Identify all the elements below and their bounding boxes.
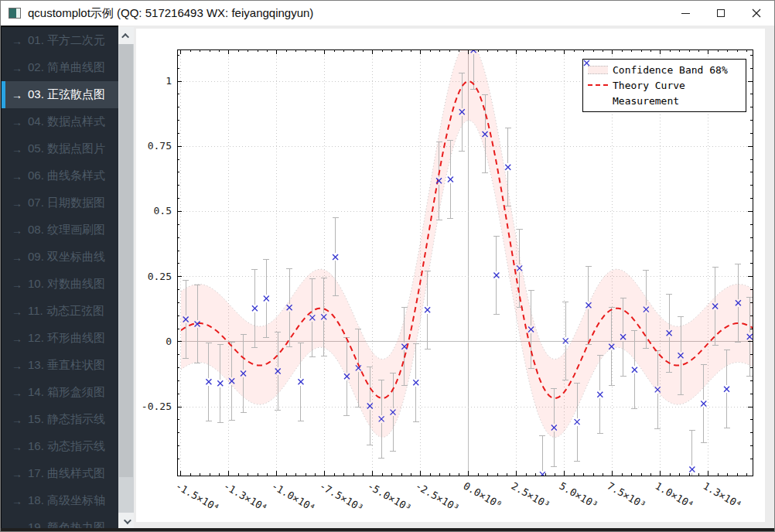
- sidebar-item-label: 02. 简单曲线图: [28, 60, 105, 75]
- arrow-icon: →: [12, 224, 22, 237]
- selected-accent-bar: [2, 135, 5, 162]
- arrow-icon: →: [12, 89, 22, 101]
- app-icon: [9, 8, 21, 19]
- sidebar-item-14[interactable]: →14. 箱形盒须图: [2, 379, 118, 406]
- sidebar-item-12[interactable]: →12. 环形曲线图: [2, 325, 118, 352]
- sidebar-item-label: 06. 曲线条样式: [28, 169, 105, 183]
- sidebar-item-09[interactable]: →09. 双坐标曲线: [2, 244, 118, 271]
- sidebar-item-11[interactable]: →11. 动态正弦图: [2, 298, 118, 325]
- sidebar-item-label: 16. 动态指示线: [28, 439, 105, 454]
- sidebar-item-label: 14. 箱形盒须图: [28, 385, 105, 400]
- arrow-icon: →: [12, 278, 22, 291]
- svg-text:2.5×10³: 2.5×10³: [510, 480, 552, 511]
- svg-text:0.5: 0.5: [154, 205, 172, 217]
- legend-row-measurement: Measurement: [583, 93, 746, 108]
- legend-label: Measurement: [613, 95, 679, 107]
- title-bar: qcustomplot示例 (QQ: 517216493 WX: feiyang…: [1, 1, 774, 26]
- dashed-line-swatch-icon: [583, 84, 613, 86]
- svg-text:-2.5×10³: -2.5×10³: [414, 480, 462, 514]
- chevron-up-icon: [121, 32, 129, 40]
- selected-accent-bar: [2, 298, 5, 325]
- sidebar-item-label: 17. 曲线样式图: [28, 466, 105, 481]
- sidebar-item-13[interactable]: →13. 垂直柱状图: [2, 352, 118, 379]
- sidebar-item-18[interactable]: →18. 高级坐标轴: [2, 487, 118, 514]
- arrow-icon: →: [12, 62, 22, 74]
- sidebar-item-06[interactable]: →06. 曲线条样式: [2, 162, 118, 189]
- selected-accent-bar: [2, 406, 5, 433]
- selected-accent-bar: [2, 162, 5, 189]
- arrow-icon: →: [12, 387, 22, 399]
- arrow-icon: →: [12, 197, 22, 210]
- sidebar-item-label: 05. 数据点图片: [28, 142, 105, 156]
- maximize-button[interactable]: [703, 1, 739, 26]
- selected-accent-bar: [2, 352, 5, 379]
- sidebar-item-17[interactable]: →17. 曲线样式图: [2, 460, 118, 487]
- arrow-icon: →: [12, 251, 22, 264]
- selected-accent-bar: [2, 81, 5, 108]
- minimize-button[interactable]: [667, 1, 703, 26]
- svg-text:0.25: 0.25: [148, 271, 172, 282]
- svg-text:0.75: 0.75: [148, 140, 172, 152]
- sidebar-item-label: 01. 平方二次元: [28, 33, 105, 48]
- svg-text:0.0×10⁰: 0.0×10⁰: [462, 480, 504, 511]
- sidebar-item-label: 04. 数据点样式: [28, 114, 105, 129]
- arrow-icon: →: [12, 35, 22, 47]
- sidebar-item-15[interactable]: →15. 静态指示线: [2, 406, 118, 433]
- svg-text:-5.0×10³: -5.0×10³: [366, 480, 414, 514]
- sidebar-item-05[interactable]: →05. 数据点图片: [2, 135, 118, 162]
- scroll-down-button[interactable]: [118, 513, 134, 530]
- window-title: qcustomplot示例 (QQ: 517216493 WX: feiyang…: [28, 6, 313, 21]
- selected-accent-bar: [2, 433, 5, 460]
- main-area: -0.2500.250.50.751-1.5×10⁴-1.3×10⁴-1.0×1…: [134, 26, 775, 530]
- sidebar-item-01[interactable]: →01. 平方二次元: [2, 27, 118, 54]
- app-window: qcustomplot示例 (QQ: 517216493 WX: feiyang…: [0, 0, 775, 532]
- plot-legend: Confidence Band 68% Theory Curve Measure…: [582, 59, 746, 112]
- svg-text:7.5×10³: 7.5×10³: [606, 480, 648, 511]
- svg-text:5.0×10³: 5.0×10³: [558, 480, 600, 511]
- sidebar-item-08[interactable]: →08. 纹理画刷图: [2, 217, 118, 244]
- sidebar-item-label: 18. 高级坐标轴: [28, 493, 105, 508]
- selected-accent-bar: [2, 108, 5, 135]
- maximize-icon: [717, 9, 725, 17]
- sidebar-item-label: 08. 纹理画刷图: [28, 223, 105, 237]
- selected-accent-bar: [2, 217, 5, 244]
- svg-text:1.0×10⁴: 1.0×10⁴: [654, 480, 696, 511]
- arrow-icon: →: [12, 305, 22, 318]
- arrow-icon: →: [12, 332, 22, 345]
- sidebar-item-10[interactable]: →10. 对数曲线图: [2, 271, 118, 298]
- close-button[interactable]: [739, 1, 774, 26]
- window-bottom-edge: [1, 528, 774, 531]
- sidebar-item-label: 07. 日期数据图: [28, 196, 105, 210]
- sidebar-item-16[interactable]: →16. 动态指示线: [2, 433, 118, 460]
- chevron-down-icon: [123, 517, 131, 524]
- svg-text:1: 1: [166, 75, 172, 87]
- legend-row-theory-curve: Theory Curve: [583, 77, 746, 93]
- sidebar-scrollbar[interactable]: [118, 27, 134, 530]
- selected-accent-bar: [2, 379, 5, 406]
- sidebar-item-label: 09. 双坐标曲线: [28, 250, 105, 264]
- selected-accent-bar: [2, 325, 5, 352]
- svg-text:-7.5×10³: -7.5×10³: [318, 480, 366, 514]
- sidebar-item-07[interactable]: →07. 日期数据图: [2, 189, 118, 217]
- selected-accent-bar: [2, 460, 5, 487]
- minimize-icon: [681, 13, 690, 14]
- arrow-icon: →: [12, 143, 22, 155]
- arrow-icon: →: [12, 414, 22, 426]
- scrollbar-thumb[interactable]: [119, 44, 133, 477]
- arrow-icon: →: [12, 495, 22, 507]
- selected-accent-bar: [2, 487, 5, 514]
- svg-text:-1.3×10⁴: -1.3×10⁴: [222, 480, 270, 514]
- scroll-up-button[interactable]: [118, 27, 134, 44]
- selected-accent-bar: [2, 27, 5, 54]
- legend-label: Confidence Band 68%: [613, 64, 728, 76]
- svg-text:-1.5×10⁴: -1.5×10⁴: [174, 480, 222, 514]
- arrow-icon: →: [12, 468, 22, 480]
- sidebar-item-04[interactable]: →04. 数据点样式: [2, 108, 118, 135]
- sidebar-item-03[interactable]: →03. 正弦散点图: [2, 81, 118, 108]
- close-icon: [752, 9, 761, 18]
- arrow-icon: →: [12, 170, 22, 182]
- selected-accent-bar: [2, 54, 5, 81]
- sidebar-item-label: 15. 静态指示线: [28, 412, 105, 427]
- svg-text:-0.25: -0.25: [142, 401, 172, 412]
- sidebar-item-02[interactable]: →02. 简单曲线图: [2, 54, 118, 81]
